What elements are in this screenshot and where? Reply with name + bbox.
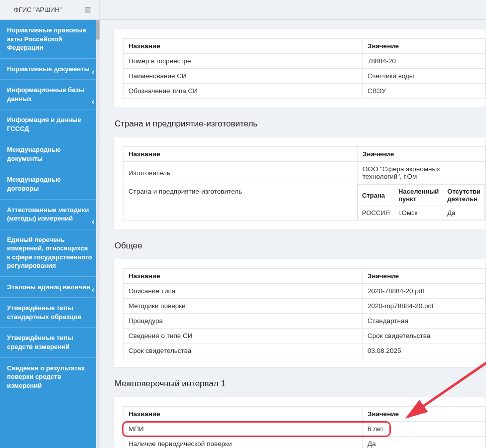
- cell-name: Наименование СИ: [123, 69, 363, 84]
- chevron-left-icon: ‹: [92, 217, 95, 226]
- col-name: Название: [123, 147, 358, 162]
- cell-value: СВЭУ: [363, 84, 486, 99]
- table-row: Обозначение типа СИСВЭУ: [123, 84, 486, 99]
- table-row: Страна и предприятие-изготовитель Страна…: [123, 184, 486, 221]
- cell-value: Стандартная: [363, 314, 486, 329]
- table-row: Описание типа2020-78884-20.pdf: [123, 284, 486, 299]
- section-title-general: Общее: [115, 241, 486, 251]
- inner-table-country: Страна Населенный пункт Отсутстви деятел…: [358, 184, 485, 220]
- col-value: Значение: [363, 39, 486, 54]
- sidebar-item[interactable]: Сведения о результатах поверки средств и…: [0, 358, 100, 397]
- cell-name: Сведения о типе СИ: [123, 329, 363, 343]
- cell-absence: Да: [443, 206, 485, 220]
- hamburger-button[interactable]: [76, 0, 100, 19]
- col-value: Значение: [363, 407, 486, 422]
- table-interval: Название Значение МПИ6 летНаличие период…: [123, 406, 486, 448]
- chevron-left-icon: ‹: [92, 97, 95, 106]
- sidebar-item[interactable]: Информационные базы данных‹: [0, 80, 100, 110]
- sidebar-item[interactable]: Международные договоры: [0, 169, 100, 199]
- cell-inner-table: Страна Населенный пункт Отсутстви деятел…: [358, 184, 486, 221]
- cell-name: Методики поверки: [123, 299, 363, 314]
- sidebar-item[interactable]: Информация и данные ГСССД: [0, 110, 100, 139]
- sidebar-item[interactable]: Международные документы: [0, 139, 100, 169]
- cell-value: 6 лет: [363, 422, 486, 437]
- cell-value: Счетчики воды: [363, 69, 486, 84]
- cell-value: 03.08.2025: [363, 343, 486, 358]
- cell-name: МПИ: [123, 422, 363, 437]
- table-manufacturer: Название Значение Изготовитель ООО "Сфер…: [123, 146, 486, 221]
- panel-interval: Название Значение МПИ6 летНаличие период…: [114, 397, 486, 448]
- cell-name: Описание типа: [123, 284, 363, 299]
- cell-name: Страна и предприятие-изготовитель: [123, 184, 358, 221]
- cell-name: Срок свидетельства: [123, 343, 363, 358]
- col-value: Значение: [363, 269, 486, 284]
- table-row: Срок свидетельства03.08.2025: [123, 343, 486, 358]
- cell-value: 2020-78884-20.pdf: [363, 284, 486, 299]
- table-general: Название Значение Описание типа2020-7888…: [123, 268, 486, 358]
- sidebar-item[interactable]: Нормативные правовые акты Российской Фед…: [0, 20, 100, 59]
- cell-value: ООО "Сфера экономных технологий", г.Ом: [358, 162, 486, 184]
- cell-locality: г.Омск: [394, 206, 443, 220]
- cell-name: Изготовитель: [123, 162, 358, 184]
- cell-value: 2020-mp78884-20.pdf: [363, 299, 486, 314]
- table-registry: Название Значение Номер в госреестре7888…: [123, 38, 486, 99]
- cell-name: Наличие периодической поверки: [123, 437, 363, 448]
- table-row: Наличие периодической поверкиДа: [123, 437, 486, 448]
- table-row: ПроцедураСтандартная: [123, 314, 486, 329]
- table-row: Методики поверки2020-mp78884-20.pdf: [123, 299, 486, 314]
- topbar: ФГИС "АРШИН": [0, 0, 486, 20]
- table-row: Сведения о типе СИСрок свидетельства: [123, 329, 486, 343]
- panel-manufacturer: Название Значение Изготовитель ООО "Сфер…: [114, 137, 486, 230]
- section-title-interval: Межповерочный интервал 1: [115, 379, 486, 389]
- cell-value: 78884-20: [363, 54, 486, 69]
- panel-registry: Название Значение Номер в госреестре7888…: [114, 29, 486, 108]
- inner-col-locality: Населенный пункт: [394, 185, 443, 206]
- hamburger-icon: [84, 6, 91, 13]
- table-row: Наименование СИСчетчики воды: [123, 69, 486, 84]
- table-row: МПИ6 лет: [123, 422, 486, 437]
- sidebar-item[interactable]: Единый перечень измерений, относящихся к…: [0, 229, 100, 277]
- sidebar: Нормативные правовые акты Российской Фед…: [0, 20, 100, 448]
- sidebar-item[interactable]: Эталоны единиц величин‹: [0, 277, 100, 298]
- sidebar-item[interactable]: Аттестованные методики (методы) измерени…: [0, 200, 100, 229]
- table-row: РОССИЯ г.Омск Да: [358, 206, 485, 220]
- cell-name: Номер в госреестре: [123, 54, 363, 69]
- sidebar-item[interactable]: Утверждённые типы средств измерений: [0, 328, 100, 357]
- cell-name: Обозначение типа СИ: [123, 84, 363, 99]
- inner-col-country: Страна: [358, 185, 394, 206]
- col-name: Название: [123, 269, 363, 284]
- col-name: Название: [123, 407, 363, 422]
- inner-col-absence: Отсутстви деятельн: [443, 185, 485, 206]
- cell-country: РОССИЯ: [358, 206, 394, 220]
- main-content: Название Значение Номер в госреестре7888…: [100, 20, 486, 448]
- panel-general: Название Значение Описание типа2020-7888…: [114, 259, 486, 368]
- chevron-left-icon: ‹: [92, 285, 95, 294]
- sidebar-item[interactable]: Утверждённые типы стандартных образцов: [0, 298, 100, 328]
- cell-value: Срок свидетельства: [363, 329, 486, 343]
- layout: Нормативные правовые акты Российской Фед…: [0, 20, 486, 448]
- chevron-left-icon: ‹: [92, 67, 95, 76]
- section-title-manufacturer: Страна и предприятие-изготовитель: [115, 119, 486, 129]
- cell-name: Процедура: [123, 314, 363, 329]
- sidebar-item[interactable]: Нормативные документы‹: [0, 59, 100, 80]
- table-row: Номер в госреестре78884-20: [123, 54, 486, 69]
- app-title: ФГИС "АРШИН": [0, 0, 76, 19]
- col-value: Значение: [358, 147, 486, 162]
- cell-value: Да: [363, 437, 486, 448]
- col-name: Название: [123, 39, 363, 54]
- table-row: Изготовитель ООО "Сфера экономных технол…: [123, 162, 486, 184]
